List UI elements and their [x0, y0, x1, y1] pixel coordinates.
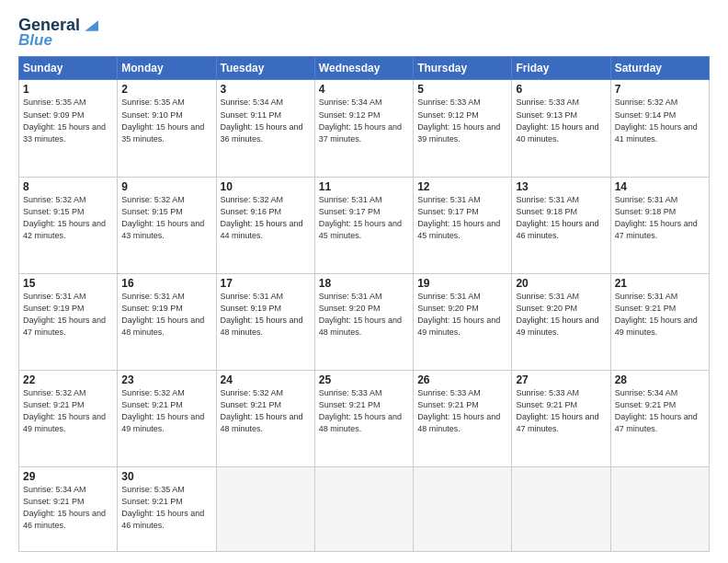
logo-icon [82, 20, 98, 31]
cell-info: Sunrise: 5:35 AM Sunset: 9:21 PM Dayligh… [121, 484, 211, 532]
calendar-cell [216, 467, 314, 552]
day-number: 27 [516, 373, 606, 386]
weekday-header: Friday [512, 57, 610, 80]
cell-info: Sunrise: 5:32 AM Sunset: 9:16 PM Dayligh… [221, 194, 311, 242]
calendar-cell [512, 467, 610, 552]
day-number: 9 [121, 180, 211, 193]
calendar-cell: 26 Sunrise: 5:33 AM Sunset: 9:21 PM Dayl… [414, 371, 512, 467]
day-number: 1 [23, 83, 113, 96]
calendar-cell: 19 Sunrise: 5:31 AM Sunset: 9:20 PM Dayl… [414, 273, 512, 370]
day-number: 30 [121, 470, 211, 483]
cell-info: Sunrise: 5:31 AM Sunset: 9:19 PM Dayligh… [221, 291, 311, 339]
day-number: 18 [319, 277, 409, 290]
day-number: 3 [221, 83, 311, 96]
cell-info: Sunrise: 5:31 AM Sunset: 9:17 PM Dayligh… [319, 194, 409, 242]
day-number: 20 [516, 277, 606, 290]
calendar-cell: 3 Sunrise: 5:34 AM Sunset: 9:11 PM Dayli… [216, 80, 314, 177]
calendar-cell: 15 Sunrise: 5:31 AM Sunset: 9:19 PM Dayl… [19, 273, 118, 370]
day-number: 5 [417, 83, 507, 96]
calendar-cell: 7 Sunrise: 5:32 AM Sunset: 9:14 PM Dayli… [610, 80, 709, 177]
cell-info: Sunrise: 5:35 AM Sunset: 9:09 PM Dayligh… [23, 97, 113, 144]
day-number: 29 [23, 470, 113, 483]
cell-info: Sunrise: 5:32 AM Sunset: 9:21 PM Dayligh… [23, 387, 113, 435]
calendar-cell: 30 Sunrise: 5:35 AM Sunset: 9:21 PM Dayl… [118, 467, 216, 552]
day-number: 12 [417, 180, 507, 193]
day-number: 14 [615, 180, 705, 193]
cell-info: Sunrise: 5:31 AM Sunset: 9:20 PM Dayligh… [319, 291, 409, 339]
cell-info: Sunrise: 5:31 AM Sunset: 9:19 PM Dayligh… [23, 291, 113, 339]
header: General Blue [18, 17, 710, 49]
calendar-cell: 17 Sunrise: 5:31 AM Sunset: 9:19 PM Dayl… [216, 273, 314, 370]
weekday-header: Sunday [19, 57, 118, 80]
cell-info: Sunrise: 5:31 AM Sunset: 9:20 PM Dayligh… [516, 291, 606, 339]
calendar-cell: 24 Sunrise: 5:32 AM Sunset: 9:21 PM Dayl… [216, 371, 314, 467]
calendar-cell: 29 Sunrise: 5:34 AM Sunset: 9:21 PM Dayl… [19, 467, 118, 552]
calendar-cell: 1 Sunrise: 5:35 AM Sunset: 9:09 PM Dayli… [19, 80, 118, 177]
logo-text-blue: Blue [18, 32, 52, 50]
calendar-cell: 14 Sunrise: 5:31 AM Sunset: 9:18 PM Dayl… [610, 177, 709, 273]
calendar-cell [314, 467, 413, 552]
cell-info: Sunrise: 5:32 AM Sunset: 9:21 PM Dayligh… [221, 387, 311, 435]
day-number: 2 [121, 83, 211, 96]
cell-info: Sunrise: 5:34 AM Sunset: 9:11 PM Dayligh… [221, 97, 311, 144]
cell-info: Sunrise: 5:33 AM Sunset: 9:21 PM Dayligh… [319, 387, 409, 435]
calendar-cell: 18 Sunrise: 5:31 AM Sunset: 9:20 PM Dayl… [314, 273, 413, 370]
calendar-cell: 23 Sunrise: 5:32 AM Sunset: 9:21 PM Dayl… [118, 371, 216, 467]
calendar-cell: 13 Sunrise: 5:31 AM Sunset: 9:18 PM Dayl… [512, 177, 610, 273]
cell-info: Sunrise: 5:33 AM Sunset: 9:21 PM Dayligh… [417, 387, 507, 435]
calendar-cell: 2 Sunrise: 5:35 AM Sunset: 9:10 PM Dayli… [118, 80, 216, 177]
calendar-cell: 27 Sunrise: 5:33 AM Sunset: 9:21 PM Dayl… [512, 371, 610, 467]
page: General Blue SundayMondayTuesdayWednesda… [0, 0, 728, 563]
cell-info: Sunrise: 5:32 AM Sunset: 9:21 PM Dayligh… [121, 387, 211, 435]
day-number: 13 [516, 180, 606, 193]
cell-info: Sunrise: 5:31 AM Sunset: 9:20 PM Dayligh… [417, 291, 507, 339]
day-number: 10 [221, 180, 311, 193]
cell-info: Sunrise: 5:32 AM Sunset: 9:15 PM Dayligh… [121, 194, 211, 242]
day-number: 26 [417, 373, 507, 386]
day-number: 4 [319, 83, 409, 96]
cell-info: Sunrise: 5:31 AM Sunset: 9:17 PM Dayligh… [417, 194, 507, 242]
day-number: 24 [221, 373, 311, 386]
day-number: 15 [23, 277, 113, 290]
weekday-header: Monday [118, 57, 216, 80]
calendar-cell: 28 Sunrise: 5:34 AM Sunset: 9:21 PM Dayl… [610, 371, 709, 467]
calendar-cell [610, 467, 709, 552]
day-number: 7 [615, 83, 705, 96]
calendar-cell: 6 Sunrise: 5:33 AM Sunset: 9:13 PM Dayli… [512, 80, 610, 177]
cell-info: Sunrise: 5:31 AM Sunset: 9:19 PM Dayligh… [121, 291, 211, 339]
day-number: 16 [121, 277, 211, 290]
cell-info: Sunrise: 5:33 AM Sunset: 9:13 PM Dayligh… [516, 97, 606, 144]
calendar-cell: 16 Sunrise: 5:31 AM Sunset: 9:19 PM Dayl… [118, 273, 216, 370]
day-number: 22 [23, 373, 113, 386]
cell-info: Sunrise: 5:33 AM Sunset: 9:12 PM Dayligh… [417, 97, 507, 144]
weekday-header: Saturday [610, 57, 709, 80]
cell-info: Sunrise: 5:31 AM Sunset: 9:21 PM Dayligh… [615, 291, 705, 339]
calendar-cell: 20 Sunrise: 5:31 AM Sunset: 9:20 PM Dayl… [512, 273, 610, 370]
day-number: 6 [516, 83, 606, 96]
calendar-cell: 4 Sunrise: 5:34 AM Sunset: 9:12 PM Dayli… [314, 80, 413, 177]
calendar-cell: 21 Sunrise: 5:31 AM Sunset: 9:21 PM Dayl… [610, 273, 709, 370]
calendar-cell: 8 Sunrise: 5:32 AM Sunset: 9:15 PM Dayli… [19, 177, 118, 273]
calendar-cell: 10 Sunrise: 5:32 AM Sunset: 9:16 PM Dayl… [216, 177, 314, 273]
cell-info: Sunrise: 5:31 AM Sunset: 9:18 PM Dayligh… [516, 194, 606, 242]
day-number: 11 [319, 180, 409, 193]
day-number: 21 [615, 277, 705, 290]
cell-info: Sunrise: 5:34 AM Sunset: 9:21 PM Dayligh… [615, 387, 705, 435]
day-number: 25 [319, 373, 409, 386]
svg-marker-0 [85, 20, 98, 30]
day-number: 23 [121, 373, 211, 386]
calendar-cell: 25 Sunrise: 5:33 AM Sunset: 9:21 PM Dayl… [314, 371, 413, 467]
weekday-header: Thursday [414, 57, 512, 80]
cell-info: Sunrise: 5:35 AM Sunset: 9:10 PM Dayligh… [121, 97, 211, 144]
calendar-cell: 22 Sunrise: 5:32 AM Sunset: 9:21 PM Dayl… [19, 371, 118, 467]
calendar-cell: 11 Sunrise: 5:31 AM Sunset: 9:17 PM Dayl… [314, 177, 413, 273]
logo: General Blue [18, 17, 98, 49]
calendar-cell [414, 467, 512, 552]
calendar-cell: 5 Sunrise: 5:33 AM Sunset: 9:12 PM Dayli… [414, 80, 512, 177]
day-number: 8 [23, 180, 113, 193]
day-number: 19 [417, 277, 507, 290]
calendar-cell: 12 Sunrise: 5:31 AM Sunset: 9:17 PM Dayl… [414, 177, 512, 273]
cell-info: Sunrise: 5:32 AM Sunset: 9:14 PM Dayligh… [615, 97, 705, 144]
cell-info: Sunrise: 5:32 AM Sunset: 9:15 PM Dayligh… [23, 194, 113, 242]
calendar-cell: 9 Sunrise: 5:32 AM Sunset: 9:15 PM Dayli… [118, 177, 216, 273]
